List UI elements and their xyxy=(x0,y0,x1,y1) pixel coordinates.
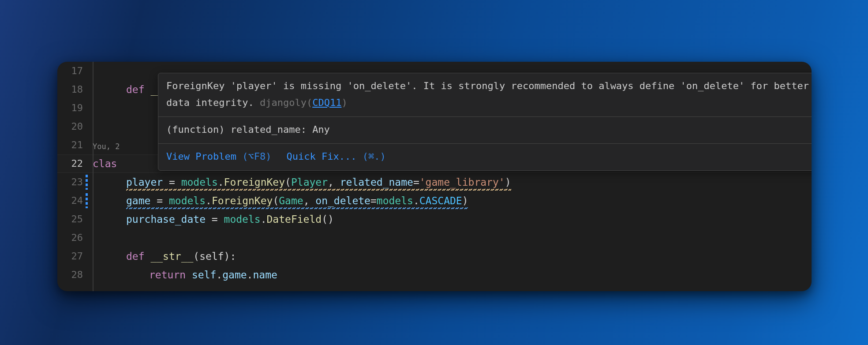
code-line[interactable]: game = models.ForeignKey(Game, on_delete… xyxy=(93,191,812,210)
info-squiggle[interactable]: game = models.ForeignKey(Game, on_delete… xyxy=(126,191,468,210)
line-number: 22 xyxy=(57,154,83,173)
git-change-indicator xyxy=(86,175,88,190)
line-number: 21 xyxy=(57,136,83,154)
code-line[interactable]: purchase_date = models.DateField() xyxy=(93,210,812,229)
line-number: 19 xyxy=(57,99,83,117)
code-line[interactable]: def __str__(self): xyxy=(93,247,812,266)
hover-tooltip: ForeignKey 'player' is missing 'on_delet… xyxy=(158,73,812,171)
tooltip-message-section: ForeignKey 'player' is missing 'on_delet… xyxy=(158,73,812,116)
code-area[interactable]: def __str__(self): You, 2 clas player = … xyxy=(93,62,812,291)
line-number: 18 xyxy=(57,80,83,99)
quick-fix-action[interactable]: Quick Fix... (⌘.) xyxy=(286,148,385,165)
tooltip-signature: (function) related_name: Any xyxy=(166,124,330,135)
line-number: 26 xyxy=(57,229,83,247)
view-problem-action[interactable]: View Problem (⌥F8) xyxy=(166,148,271,165)
warning-squiggle[interactable]: player = models.ForeignKey(Player, relat… xyxy=(126,173,511,191)
line-number: 24 xyxy=(57,191,83,210)
editor-body: 17 18 19 20 21 22 23 24 25 26 27 28 def … xyxy=(57,62,812,291)
tooltip-source: djangoly( xyxy=(260,97,312,108)
code-line[interactable] xyxy=(93,229,812,247)
tooltip-signature-section: (function) related_name: Any xyxy=(158,117,812,143)
editor-window: 17 18 19 20 21 22 23 24 25 26 27 28 def … xyxy=(57,62,812,291)
code-line[interactable]: return self.game.name xyxy=(93,266,812,284)
line-number: 25 xyxy=(57,210,83,229)
line-number: 23 xyxy=(57,173,83,191)
code-line[interactable]: player = models.ForeignKey(Player, relat… xyxy=(93,173,812,191)
git-change-indicator xyxy=(86,193,88,208)
line-number: 27 xyxy=(57,247,83,266)
line-number: 20 xyxy=(57,117,83,136)
tooltip-rule-link[interactable]: CDQ11 xyxy=(312,97,341,108)
tooltip-actions: View Problem (⌥F8) Quick Fix... (⌘.) xyxy=(158,144,812,170)
line-number: 28 xyxy=(57,266,83,284)
line-number: 17 xyxy=(57,62,83,80)
